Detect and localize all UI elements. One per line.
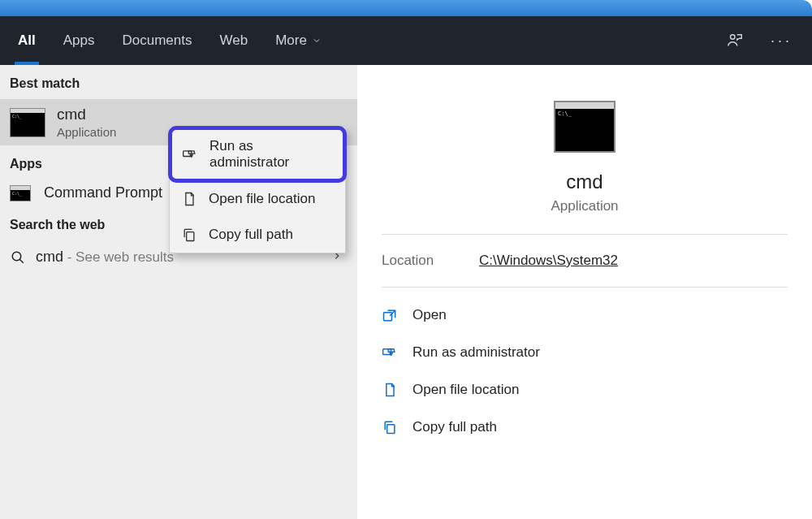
details-title: cmd bbox=[566, 171, 603, 193]
result-command-prompt-title: Command Prompt bbox=[44, 184, 162, 201]
svg-rect-7 bbox=[387, 425, 395, 434]
feedback-button[interactable] bbox=[725, 31, 745, 50]
action-copy-path-label: Copy full path bbox=[412, 419, 497, 435]
action-open-location-label: Open file location bbox=[412, 382, 519, 398]
ctx-copy-path-label: Copy full path bbox=[209, 227, 293, 243]
ellipsis-icon: ··· bbox=[771, 32, 793, 49]
open-icon bbox=[382, 307, 398, 323]
tab-documents[interactable]: Documents bbox=[119, 18, 195, 63]
file-location-icon bbox=[181, 191, 197, 207]
tab-all[interactable]: All bbox=[15, 18, 39, 63]
action-open-label: Open bbox=[412, 307, 447, 323]
web-result-tail: - See web results bbox=[63, 249, 174, 265]
web-result-term: cmd bbox=[36, 249, 63, 265]
start-search-panel: All Apps Documents Web More ··· Best mat… bbox=[0, 16, 812, 519]
action-run-admin-label: Run as administrator bbox=[412, 344, 540, 361]
location-label: Location bbox=[382, 253, 479, 269]
copy-icon bbox=[382, 419, 398, 435]
result-cmd-text: cmd Application bbox=[57, 106, 116, 139]
tab-more-label: More bbox=[275, 32, 307, 49]
app-large-icon bbox=[554, 101, 615, 153]
cmd-icon bbox=[10, 108, 45, 137]
details-header: cmd Application bbox=[357, 65, 812, 234]
details-subtitle: Application bbox=[551, 198, 618, 214]
copy-icon bbox=[181, 227, 197, 243]
search-filter-tabs: All Apps Documents Web More ··· bbox=[0, 16, 812, 65]
ctx-run-admin-label: Run as administrator bbox=[209, 138, 333, 171]
location-link[interactable]: C:\Windows\System32 bbox=[479, 253, 618, 269]
result-cmd-title: cmd bbox=[57, 106, 116, 123]
search-content: Best match cmd Application Apps Command … bbox=[0, 65, 812, 519]
file-location-icon bbox=[382, 382, 398, 398]
actions-list: Open Run as administrator Open file loca… bbox=[357, 288, 812, 455]
feedback-icon bbox=[726, 32, 744, 50]
ctx-copy-full-path[interactable]: Copy full path bbox=[170, 217, 345, 253]
tab-apps[interactable]: Apps bbox=[60, 18, 98, 63]
svg-point-0 bbox=[730, 35, 735, 40]
shield-admin-icon bbox=[182, 146, 198, 162]
search-icon bbox=[10, 249, 26, 266]
desktop-background-strip bbox=[0, 0, 812, 16]
details-pane: cmd Application Location C:\Windows\Syst… bbox=[357, 65, 812, 519]
svg-rect-5 bbox=[384, 313, 392, 321]
action-open-file-location[interactable]: Open file location bbox=[382, 374, 788, 406]
shield-admin-icon bbox=[382, 344, 398, 361]
svg-line-2 bbox=[19, 259, 24, 263]
svg-point-1 bbox=[12, 252, 21, 261]
chevron-down-icon bbox=[312, 36, 322, 45]
cmd-icon bbox=[10, 185, 31, 201]
action-copy-full-path[interactable]: Copy full path bbox=[382, 411, 788, 443]
tab-more[interactable]: More bbox=[272, 18, 325, 63]
location-row: Location C:\Windows\System32 bbox=[357, 235, 812, 287]
action-open[interactable]: Open bbox=[382, 299, 788, 331]
options-button[interactable]: ··· bbox=[766, 32, 797, 50]
action-run-as-administrator[interactable]: Run as administrator bbox=[382, 336, 788, 369]
svg-rect-4 bbox=[187, 232, 194, 241]
result-cmd-subtitle: Application bbox=[57, 125, 116, 139]
ctx-open-file-location[interactable]: Open file location bbox=[170, 181, 345, 217]
ctx-open-location-label: Open file location bbox=[209, 191, 315, 207]
context-menu: Run as administrator Open file location … bbox=[169, 127, 346, 253]
ctx-run-as-administrator[interactable]: Run as administrator bbox=[168, 126, 347, 183]
results-list: Best match cmd Application Apps Command … bbox=[0, 65, 357, 519]
best-match-heading: Best match bbox=[0, 65, 357, 99]
tab-web[interactable]: Web bbox=[216, 18, 251, 63]
